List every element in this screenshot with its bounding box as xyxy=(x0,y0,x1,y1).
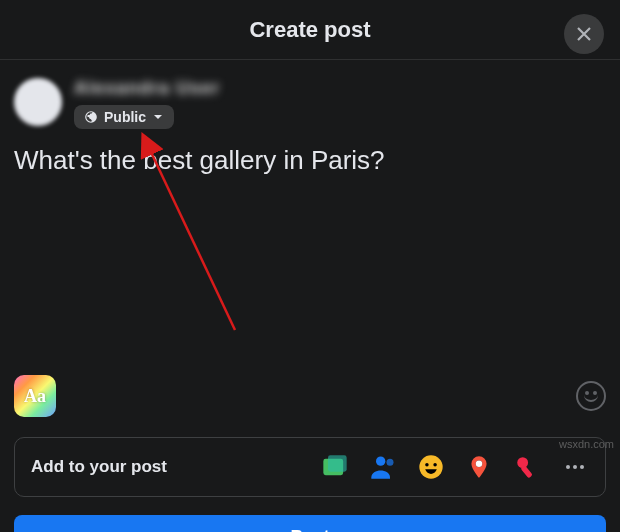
emoji-button[interactable] xyxy=(576,381,606,411)
svg-point-2 xyxy=(387,459,394,466)
caret-down-icon xyxy=(152,111,164,123)
audience-label: Public xyxy=(104,109,146,125)
avatar xyxy=(14,78,62,126)
location-pin-icon xyxy=(466,453,492,481)
tag-people-button[interactable] xyxy=(369,453,397,481)
svg-rect-0 xyxy=(328,455,347,471)
add-to-post-label: Add to your post xyxy=(31,457,167,477)
svg-point-7 xyxy=(517,457,528,468)
more-icon xyxy=(563,455,587,479)
life-event-button[interactable] xyxy=(513,453,541,481)
dialog-header: Create post xyxy=(0,0,620,60)
svg-point-4 xyxy=(425,463,429,467)
smiley-icon xyxy=(417,453,445,481)
svg-point-3 xyxy=(419,455,442,478)
svg-point-6 xyxy=(476,461,483,468)
username: Alexandra User xyxy=(74,78,220,99)
svg-point-1 xyxy=(376,457,385,466)
svg-point-10 xyxy=(573,465,577,469)
svg-point-9 xyxy=(566,465,570,469)
svg-point-11 xyxy=(580,465,584,469)
person-icon xyxy=(369,453,397,481)
audience-selector[interactable]: Public xyxy=(74,105,174,129)
svg-point-5 xyxy=(433,463,437,467)
feeling-activity-button[interactable] xyxy=(417,453,445,481)
composer-footer: Aa xyxy=(0,375,620,417)
close-icon xyxy=(575,25,593,43)
svg-rect-8 xyxy=(520,465,533,478)
photo-icon xyxy=(321,453,349,481)
add-to-post-bar: Add to your post xyxy=(14,437,606,497)
post-button[interactable]: Post xyxy=(14,515,606,532)
photo-video-button[interactable] xyxy=(321,453,349,481)
microphone-icon xyxy=(514,453,540,481)
close-button[interactable] xyxy=(564,14,604,54)
globe-icon xyxy=(84,110,98,124)
check-in-button[interactable] xyxy=(465,453,493,481)
background-picker-label: Aa xyxy=(24,386,46,407)
post-button-label: Post xyxy=(290,527,329,533)
background-picker-button[interactable]: Aa xyxy=(14,375,56,417)
more-button[interactable] xyxy=(561,453,589,481)
watermark: wsxdn.com xyxy=(559,438,614,450)
add-to-post-icons xyxy=(321,453,589,481)
post-text-input[interactable]: What's the best gallery in Paris? xyxy=(0,129,620,279)
user-row: Alexandra User Public xyxy=(0,60,620,129)
user-meta: Alexandra User Public xyxy=(74,78,220,129)
dialog-title: Create post xyxy=(249,17,370,43)
